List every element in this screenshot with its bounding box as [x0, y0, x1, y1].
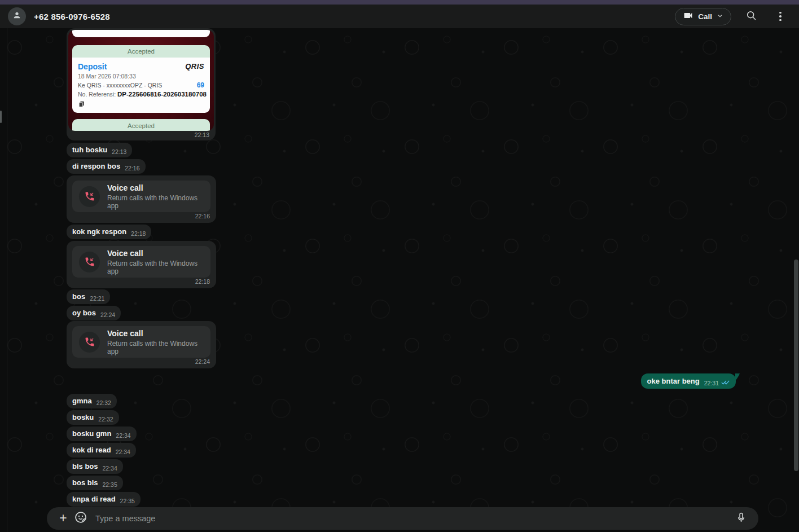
message-time: 22:13 — [112, 148, 126, 155]
conversation-panel: Accepted Deposit QRIS 18 Mar 2026 07:08:… — [0, 28, 799, 532]
message-composer: + — [47, 507, 758, 530]
voice-call-card: Voice call Return calls with the Windows… — [72, 326, 210, 358]
menu-button[interactable] — [771, 7, 790, 26]
missed-call-icon — [79, 332, 100, 353]
receipt-recipient: Ke QRIS - xxxxxxxxOPZ - QRIS — [78, 82, 162, 89]
voice-call-subtitle: Return calls with the Windows app — [107, 260, 204, 275]
message-bubble: kok ngk respon 22:18 — [67, 225, 151, 239]
message-time: 22:24 — [100, 311, 115, 318]
microphone-icon — [735, 512, 747, 526]
message-time: 22:34 — [116, 432, 130, 439]
message-time: 22:21 — [90, 295, 104, 302]
message-bubble: bls bos 22:34 — [67, 459, 123, 474]
receipt-title: Deposit — [78, 62, 107, 71]
receipt-ref-label: No. Referensi: — [78, 91, 117, 98]
message-text: bosku — [72, 413, 94, 421]
message-bubble: oy bos 22:24 — [67, 306, 121, 320]
receipt-ref-value: DP-225606816-202603180708 — [117, 91, 207, 98]
attach-button[interactable]: + — [55, 512, 72, 525]
voice-call-title: Voice call — [107, 329, 204, 338]
voice-call-title: Voice call — [107, 183, 204, 192]
call-button-label: Call — [698, 12, 712, 21]
voice-call-card: Voice call Return calls with the Windows… — [72, 181, 210, 212]
message-text: kok ngk respon — [72, 227, 126, 236]
message-bubble: tuh bosku 22:13 — [67, 143, 132, 157]
window-top-strip — [0, 0, 799, 5]
kebab-menu-icon — [779, 12, 782, 21]
message-time: 22:32 — [98, 416, 113, 423]
qris-logo: QRIS — [185, 62, 204, 71]
message-input[interactable] — [95, 514, 735, 523]
message-text: bosku gmn — [72, 429, 111, 438]
message-text: tuh bosku — [72, 146, 107, 154]
voice-call-subtitle: Return calls with the Windows app — [107, 194, 204, 210]
message-time: 22:16 — [125, 165, 139, 172]
message-text: oke bntar beng — [647, 377, 700, 385]
video-camera-icon — [683, 10, 693, 23]
message-text: bos bls — [72, 478, 98, 487]
receipt-partial-card — [72, 30, 210, 37]
voice-call-message: Voice call Return calls with the Windows… — [67, 241, 216, 288]
receipt-amount: 69 — [197, 81, 204, 89]
message-bubble: di respon bos 22:16 — [67, 159, 146, 174]
receipt-status-badge-bottom: Accepted — [72, 119, 210, 131]
voice-call-card: Voice call Return calls with the Windows… — [72, 246, 210, 278]
read-ticks-icon — [721, 379, 730, 387]
voice-record-button[interactable] — [735, 512, 747, 526]
missed-call-icon — [79, 252, 100, 272]
whatsapp-window: +62 856-0976-6528 Call — [0, 0, 799, 532]
call-button[interactable]: Call — [675, 8, 731, 25]
outgoing-message-bubble: oke bntar beng 22:31 — [641, 373, 736, 389]
message-time: 22:34 — [103, 465, 117, 472]
message-time: 22:18 — [195, 278, 210, 285]
left-scrollbar-thumb[interactable] — [0, 111, 2, 123]
message-time: 22:24 — [195, 358, 210, 365]
message-bubble: knpa di read 22:35 — [67, 492, 141, 507]
message-time: 22:35 — [120, 498, 135, 504]
message-time: 22:34 — [116, 449, 130, 455]
receipt-card: Accepted Deposit QRIS 18 Mar 2026 07:08:… — [72, 45, 210, 113]
voice-call-message: Voice call Return calls with the Windows… — [67, 175, 216, 223]
missed-call-icon — [79, 186, 100, 207]
chat-scrollbar-thumb[interactable] — [794, 260, 798, 471]
panel-divider — [7, 28, 7, 532]
bubble-tail — [735, 373, 740, 382]
receipt-body: Deposit QRIS 18 Mar 2026 07:08:33 Ke QRI… — [72, 58, 210, 113]
copy-icon — [78, 100, 204, 110]
sticker-icon — [74, 511, 87, 526]
message-bubble: kok di read 22:34 — [67, 443, 136, 458]
image-message[interactable]: Accepted Deposit QRIS 18 Mar 2026 07:08:… — [67, 28, 216, 140]
message-time: 22:18 — [131, 230, 146, 237]
message-time: 22:31 — [704, 380, 719, 386]
voice-call-title: Voice call — [107, 249, 204, 258]
contact-name[interactable]: +62 856-0976-6528 — [34, 12, 110, 21]
message-time: 22:16 — [195, 213, 210, 219]
contact-avatar[interactable] — [8, 7, 26, 25]
message-time: 22:13 — [68, 131, 214, 140]
plus-icon: + — [59, 511, 67, 525]
receipt-image: Accepted Deposit QRIS 18 Mar 2026 07:08:… — [68, 30, 214, 131]
voice-call-message: Voice call Return calls with the Windows… — [67, 321, 216, 368]
message-bubble: bosku gmn 22:34 — [67, 427, 137, 441]
message-text: bls bos — [72, 462, 98, 471]
search-icon — [745, 10, 757, 24]
header-actions: Call — [675, 7, 790, 26]
receipt-status-badge: Accepted — [72, 45, 210, 58]
message-bubble: gmna 22:32 — [67, 394, 117, 408]
message-bubble: bos bls 22:35 — [67, 476, 123, 490]
message-text: oy bos — [72, 309, 96, 317]
person-icon — [11, 10, 23, 23]
message-bubble: bos 22:21 — [67, 289, 110, 304]
voice-call-subtitle: Return calls with the Windows app — [107, 340, 204, 355]
receipt-datetime: 18 Mar 2026 07:08:33 — [78, 73, 204, 80]
message-text: gmna — [72, 397, 92, 405]
sticker-button[interactable] — [74, 511, 87, 526]
message-bubble: bosku 22:32 — [67, 410, 119, 425]
message-text: knpa di read — [72, 495, 116, 503]
message-text: kok di read — [72, 446, 111, 454]
message-time: 22:35 — [103, 481, 117, 488]
chevron-down-icon — [717, 12, 723, 21]
search-button[interactable] — [741, 7, 761, 26]
message-time: 22:32 — [96, 399, 111, 406]
message-text: di respon bos — [72, 162, 120, 170]
